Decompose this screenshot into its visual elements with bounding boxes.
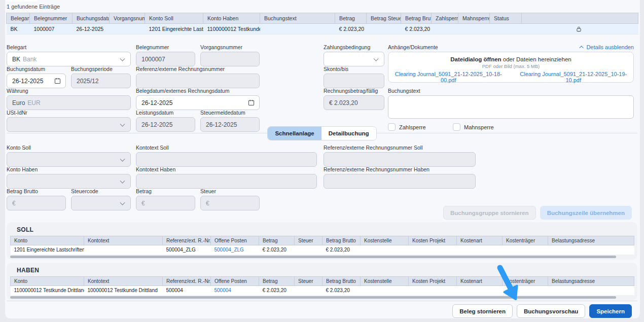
betrag-field[interactable]: € (136, 196, 195, 210)
cell-belegart: BK (7, 24, 30, 34)
details-toggle-link[interactable]: Details ausblenden (581, 44, 634, 50)
belegart-select[interactable]: BK Bank (7, 52, 131, 66)
leistungsdatum-label: Leistungsdatum (136, 110, 195, 116)
file-dialog-link[interactable]: Dateidialog öffnen (450, 56, 501, 62)
attachment-file-link[interactable]: Clearing Journal_5091_21-12-2025_10-18-0… (388, 71, 509, 83)
col-betrag-brutto[interactable]: Betrag Brutto (323, 236, 361, 245)
col-vorgangsnummer[interactable]: Vorgangsnummer (110, 13, 145, 24)
konto-soll-label: Konto Soll (7, 145, 131, 151)
haben-row[interactable]: 1100000012 Testkunde Drittland 100000012… (11, 286, 634, 295)
col-referenz[interactable]: Referenz/ext. R.-Nr. (163, 236, 211, 245)
col-betrag-steuer[interactable]: Betrag Steuer (367, 13, 401, 24)
steuercode-select[interactable] (71, 196, 131, 210)
col-steuer[interactable]: Steuer (295, 236, 323, 245)
result-row-selected[interactable]: BK 1000007 26-12-2025 1201 Eingereichte … (7, 24, 638, 34)
cell-betrag: € 2.023,20 (335, 24, 367, 34)
col-konto[interactable]: Konto (11, 236, 84, 245)
speichern-button[interactable]: Speichern (589, 304, 632, 318)
offene-posten-link[interactable]: 500004 (214, 288, 231, 293)
cell-konto: 1100000012 Testkunde Drittland (11, 286, 84, 295)
col-kosten-projekt[interactable]: Kosten Projekt (409, 277, 457, 286)
cell-betrag-brutto: € 2.023,20 (401, 24, 432, 34)
referenz-externe-field[interactable] (136, 74, 260, 88)
cell-betrag: € 2.023,20 (259, 286, 295, 295)
buchungsperiode-field[interactable]: 2025/12 (71, 74, 131, 88)
col-buchungsdatum[interactable]: Buchungsdatum (73, 13, 110, 24)
kontotext-haben-field[interactable] (136, 174, 317, 189)
konto-soll-select[interactable] (7, 152, 131, 167)
referenz-soll-field[interactable] (324, 152, 476, 167)
offene-posten-link[interactable]: 500004_ZLG (214, 247, 244, 253)
buchungstext-textarea[interactable] (388, 95, 634, 119)
konto-haben-select[interactable] (7, 174, 131, 189)
col-kostentraeger[interactable]: Kostenträger (503, 236, 548, 245)
vorgangsnummer-field[interactable] (200, 52, 260, 66)
col-offene-posten[interactable]: Offene Posten (211, 277, 259, 286)
zahlungsbedingung-select[interactable] (324, 52, 384, 66)
betrag-placeholder: € (141, 200, 145, 207)
file-dropzone[interactable]: Dateidialog öffnen oder Dateien hereinzi… (388, 52, 634, 83)
calendar-icon[interactable] (54, 78, 61, 84)
cell-belastungsadresse (548, 286, 634, 295)
attachment-file-link[interactable]: Clearing Journal_5091_21-12-2025_10-19-1… (514, 71, 634, 83)
buchungstext-label: Buchungstext (388, 88, 634, 94)
waehrung-field[interactable]: Euro EUR (7, 95, 131, 110)
col-kontotext[interactable]: Kontotext (84, 236, 163, 245)
belegdatum-field[interactable]: 26-12-2025 (136, 95, 260, 110)
rechnungsbetrag-value: € 2.023,20 (329, 99, 358, 106)
steuermeldedatum-label: Steuermeldedatum (200, 110, 260, 116)
col-steuer[interactable]: Steuer (295, 277, 323, 286)
cell-betrag-steuer (367, 24, 401, 34)
buchungsdatum-field[interactable]: 26-12-2025 (7, 74, 66, 88)
col-betrag-brutto[interactable]: Betrag Brutto (323, 277, 361, 286)
horizontal-scrollbar[interactable] (10, 256, 616, 258)
col-kontotext[interactable]: Kontotext (84, 277, 163, 286)
calendar-icon[interactable] (248, 99, 255, 106)
col-kosten-projekt[interactable]: Kosten Projekt (409, 236, 457, 245)
col-buchungstext[interactable]: Buchungstext (260, 13, 335, 24)
belegnummer-field[interactable]: 1000007 (136, 52, 195, 66)
cell-kosten-projekt (409, 286, 457, 295)
tab-schnellanlage[interactable]: Schnellanlage (268, 127, 321, 140)
col-status[interactable]: Status (490, 13, 522, 24)
dropzone-text: Dateidialog öffnen oder Dateien hereinzi… (388, 56, 633, 62)
col-betrag[interactable]: Betrag (259, 236, 295, 245)
col-konto-soll[interactable]: Konto Soll (145, 13, 203, 24)
tab-detailbuchung[interactable]: Detailbuchung (321, 127, 376, 140)
cell-offene-posten: 500004_ZLG (211, 245, 259, 255)
kontotext-soll-field[interactable] (136, 152, 317, 167)
skonto-bis-field[interactable] (324, 74, 384, 88)
cell-buchungsdatum: 26-12-2025 (73, 24, 110, 34)
cell-offene-posten: 500004 (211, 286, 259, 295)
col-konto[interactable]: Konto (11, 277, 84, 286)
col-belastungsadresse[interactable]: Belastungsadresse (548, 236, 634, 245)
col-mahnsperre[interactable]: Mahnsperre (458, 13, 490, 24)
col-konto-haben[interactable]: Konto Haben (203, 13, 260, 24)
col-betrag[interactable]: Betrag (335, 13, 367, 24)
col-betrag[interactable]: Betrag (259, 277, 295, 286)
betrag-brutto-field[interactable]: € (7, 196, 66, 210)
col-kostenstelle[interactable]: Kostenstelle (361, 277, 409, 286)
col-referenz[interactable]: Referenz/ext. R.-Nr. (163, 277, 211, 286)
col-offene-posten[interactable]: Offene Posten (211, 236, 259, 245)
referenz-haben-field[interactable] (324, 174, 476, 189)
belegnummer-value: 1000007 (141, 56, 165, 63)
belegart-suffix: Bank (23, 56, 37, 63)
col-belegnummer[interactable]: Belegnummer (30, 13, 73, 24)
col-zahlsperre[interactable]: Zahlsperre (432, 13, 458, 24)
rechnungsbetrag-field[interactable]: € 2.023,20 (324, 95, 384, 110)
cell-referenz: 500004 (163, 286, 211, 295)
buchungsvorschau-button[interactable]: Buchungsvorschau (517, 304, 585, 318)
steuer-field[interactable]: € (200, 196, 260, 210)
col-belegart[interactable]: Belegart (7, 13, 30, 24)
soll-row[interactable]: 1201 Eingereichte Lastschriften 500004_Z… (11, 245, 634, 255)
buchungsgruppe-stornieren-button[interactable]: Buchungsgruppe stornieren (443, 206, 536, 220)
col-betrag-brutto[interactable]: Betrag Brutto (401, 13, 432, 24)
buchungszeile-uebernehmen-button[interactable]: Buchungszeile übernehmen (540, 206, 632, 220)
col-kostenart[interactable]: Kostenart (457, 236, 503, 245)
chevron-down-icon (374, 56, 379, 61)
col-belastungsadresse[interactable]: Belastungsadresse (548, 277, 634, 286)
col-kostenstelle[interactable]: Kostenstelle (361, 236, 409, 245)
beleg-stornieren-button[interactable]: Beleg stornieren (452, 304, 513, 318)
results-count: 1 gefundene Einträge (7, 4, 60, 10)
